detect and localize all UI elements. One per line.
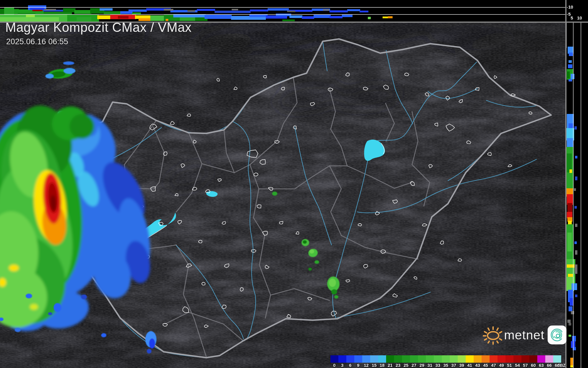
legend-color-cell xyxy=(474,355,482,363)
radar-echo xyxy=(147,349,151,354)
profile-echo-cell xyxy=(574,188,576,191)
profile-echo-cell xyxy=(567,233,572,251)
profile-echo-cell xyxy=(569,306,572,311)
profile-echo-cell xyxy=(187,10,195,12)
legend-color-cell xyxy=(490,355,498,363)
radar-echo xyxy=(64,68,75,74)
profile-echo-cell xyxy=(347,9,360,11)
legend-color-cell xyxy=(402,355,410,363)
legend-value-label: 25 xyxy=(402,363,410,368)
metnet-wordmark: metnet xyxy=(504,328,544,342)
profile-echo-cell xyxy=(575,176,577,180)
legend-value-label: 29 xyxy=(418,363,426,368)
legend-value-label: 51 xyxy=(505,363,513,368)
legend-value-label: 18 xyxy=(378,363,386,368)
radar-map-canvas xyxy=(0,0,588,368)
legend-value-label: 49 xyxy=(498,363,505,368)
profile-echo-cell xyxy=(567,320,571,323)
radar-echo xyxy=(309,249,314,253)
legend-value-label: 54 xyxy=(513,363,521,368)
metnet-app-icon xyxy=(547,325,567,345)
radar-echo xyxy=(101,333,106,337)
dbz-legend-colorbar xyxy=(330,355,570,363)
profile-echo-cell xyxy=(368,17,371,19)
radar-echo xyxy=(81,295,87,299)
legend-color-cell xyxy=(521,355,529,363)
profile-echo-cell xyxy=(232,9,238,10)
profile-echo-cell xyxy=(571,74,574,79)
legend-color-cell xyxy=(513,355,521,363)
legend-value-label: 12 xyxy=(362,363,370,368)
profile-echo-cell xyxy=(570,365,573,367)
radar-echo xyxy=(9,265,19,271)
profile-echo-cell xyxy=(323,9,330,11)
profile-echo-cell xyxy=(302,16,314,19)
legend-color-cell xyxy=(442,355,450,363)
legend-value-label: 41 xyxy=(466,363,474,368)
legend-value-label: 0 xyxy=(330,363,338,368)
profile-echo-cell xyxy=(569,335,571,337)
profile-echo-cell xyxy=(268,8,289,11)
profile-echo-cell xyxy=(164,9,173,11)
profile-echo-cell xyxy=(100,8,113,11)
profile-echo-cell xyxy=(289,15,302,18)
sun-icon xyxy=(483,324,503,346)
profile-echo-cell xyxy=(571,311,574,314)
profile-echo-cell xyxy=(197,9,215,11)
radar-echo xyxy=(48,312,52,315)
profile-echo-cell xyxy=(567,264,575,268)
profile-echo-cell xyxy=(574,126,577,130)
vertical-separator xyxy=(565,0,566,368)
profile-echo-cell xyxy=(250,9,268,12)
legend-unit-label: dBZ xyxy=(557,363,570,368)
legend-value-label: 47 xyxy=(490,363,498,368)
legend-value-label: 3 xyxy=(338,363,346,368)
profile-echo-cell xyxy=(129,9,147,12)
radar-echo xyxy=(329,279,336,287)
profile-echo-cell xyxy=(575,295,577,297)
legend-value-label: 66 xyxy=(545,363,553,368)
legend-color-cell xyxy=(338,355,346,363)
legend-color-cell xyxy=(466,355,474,363)
legend-color-cell xyxy=(458,355,466,363)
top-profile-10km-label: 10 xyxy=(568,5,573,9)
legend-value-label: 43 xyxy=(474,363,482,368)
legend-value-label: 45 xyxy=(482,363,490,368)
legend-value-label: 63 xyxy=(537,363,545,368)
legend-color-cell xyxy=(529,355,537,363)
radar-echo xyxy=(30,304,38,310)
profile-echo-cell xyxy=(569,53,573,56)
radar-echo xyxy=(45,74,54,78)
profile-echo-cell xyxy=(132,12,141,14)
profile-echo-cell xyxy=(568,221,572,225)
profile-echo-cell xyxy=(575,250,577,255)
profile-echo-cell xyxy=(567,203,572,213)
profile-echo-cell xyxy=(569,323,571,326)
profile-echo-cell xyxy=(566,71,570,78)
radar-echo xyxy=(15,328,21,332)
legend-color-cell xyxy=(394,355,402,363)
legend-value-label: 39 xyxy=(458,363,466,368)
profile-echo-cell xyxy=(570,298,574,306)
radar-echo xyxy=(54,303,61,312)
legend-value-label: 23 xyxy=(394,363,402,368)
profile-echo-cell xyxy=(574,264,577,274)
profile-echo-cell xyxy=(383,17,388,18)
map-area xyxy=(0,9,588,368)
dbz-legend-labels: 0369121518212325272931333537394143454749… xyxy=(330,363,570,368)
legend-color-cell xyxy=(545,355,553,363)
legend-color-cell xyxy=(378,355,386,363)
right-profile-5km-label: 5 xyxy=(571,16,573,20)
profile-echo-cell xyxy=(569,79,572,81)
legend-color-cell xyxy=(354,355,362,363)
radar-echo xyxy=(63,61,74,65)
legend-value-label: 6 xyxy=(346,363,354,368)
right-profile-10km-label: 10 xyxy=(577,16,582,20)
legend-color-cell xyxy=(386,355,394,363)
profile-echo-cell xyxy=(205,15,232,19)
profile-echo-cell xyxy=(570,358,573,366)
profile-echo-cell xyxy=(574,206,577,209)
legend-color-cell xyxy=(418,355,426,363)
metnet-logo: metnet xyxy=(483,324,567,346)
profile-echo-cell xyxy=(572,336,576,341)
